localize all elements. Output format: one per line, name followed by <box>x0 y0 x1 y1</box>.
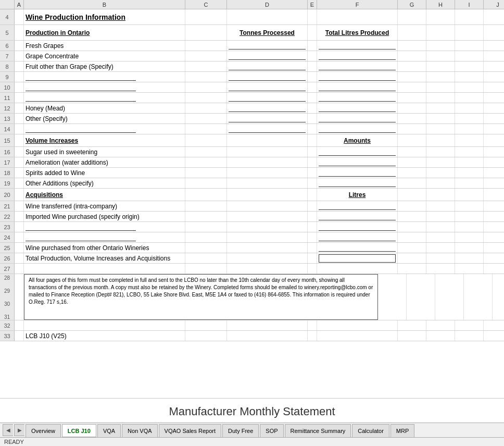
col-G: G <box>398 0 426 9</box>
row-4: 4 Wine Production Information <box>0 9 504 25</box>
row-12: 12 Honey (Mead) <box>0 103 504 114</box>
amelioration-label: Amelioration (water additions) <box>24 157 185 167</box>
tab-vqao-sales-report[interactable]: VQAO Sales Report <box>159 424 221 437</box>
fruit-other-label: Fruit other than Grape (Specify) <box>24 61 185 71</box>
col-A: A <box>15 0 24 9</box>
imported-wine-label: Imported Wine purchased (specify origin) <box>24 212 185 221</box>
col-C: C <box>185 0 227 9</box>
tab-calculator[interactable]: Calculator <box>352 424 389 437</box>
row-26: 26 Total Production, Volume Increases an… <box>0 253 504 264</box>
other-specify-label: Other (Specify) <box>24 114 185 123</box>
col-F: F <box>317 0 398 9</box>
manufacturer-monthly-statement: Manufacturer Monthly Statement <box>0 399 504 423</box>
row-7: 7 Grape Concentrate <box>0 51 504 61</box>
status-bar: READY <box>0 437 504 446</box>
tab-lcb-j10[interactable]: LCB J10 <box>62 424 96 438</box>
notice-rows: 28293031 All four pages of this form mus… <box>0 274 504 320</box>
total-litres-label: Total Litres Produced <box>317 25 398 40</box>
grape-concentrate-label: Grape Concentrate <box>24 51 185 61</box>
row-21: 21 Wine transferred (intra-company) <box>0 201 504 212</box>
litres-label: Litres <box>317 189 398 201</box>
row-27: 27 <box>0 264 504 274</box>
tonnes-processed-label: Tonnes Processed <box>227 25 308 40</box>
col-J: J <box>484 0 504 9</box>
tab-nav-right[interactable]: ▶ <box>14 424 24 436</box>
row-20: 20 Acquisitions Litres <box>0 189 504 201</box>
row-13: 13 Other (Specify) <box>0 114 504 124</box>
tab-bar: ◀ ▶ Overview LCB J10 VQA Non VQA VQAO Sa… <box>0 423 504 437</box>
row-11: 11 <box>0 93 504 103</box>
col-I: I <box>455 0 484 9</box>
tab-vqa[interactable]: VQA <box>97 424 121 437</box>
tab-remittance-summary[interactable]: Remittance Summary <box>285 424 351 437</box>
row-5: 5 Production in Ontario Tonnes Processed… <box>0 25 504 41</box>
notice-text: All four pages of this form must be comp… <box>27 276 375 307</box>
row-24: 24 <box>0 232 504 243</box>
row-8: 8 Fruit other than Grape (Specify) <box>0 61 504 72</box>
status-text: READY <box>4 439 24 445</box>
col-D: D <box>227 0 308 9</box>
col-H: H <box>426 0 455 9</box>
production-in-ontario-label: Production in Ontario <box>24 25 185 40</box>
total-production-label: Total Production, Volume Increases and A… <box>24 253 185 263</box>
row-25: 25 Wine purchased from other Ontario Win… <box>0 243 504 253</box>
spirits-added-label: Spirits added to Wine <box>24 168 185 178</box>
row-9: 9 <box>0 72 504 82</box>
honey-mead-label: Honey (Mead) <box>24 103 185 113</box>
row-18: 18 Spirits added to Wine <box>0 168 504 178</box>
row-19: 19 Other Additions (specify) <box>0 178 504 189</box>
wine-transferred-label: Wine transferred (intra-company) <box>24 201 185 211</box>
tab-non-vqa[interactable]: Non VQA <box>122 424 157 437</box>
row-16: 16 Sugar used in sweetening <box>0 147 504 157</box>
row-22: 22 Imported Wine purchased (specify orig… <box>0 212 504 222</box>
tab-sop[interactable]: SOP <box>260 424 283 437</box>
amounts-label: Amounts <box>317 134 398 146</box>
row-6: 6 Fresh Grapes <box>0 41 504 51</box>
col-B: B <box>24 0 185 9</box>
sugar-sweetening-label: Sugar used in sweetening <box>24 147 185 157</box>
tab-overview[interactable]: Overview <box>26 424 61 437</box>
row-17: 17 Amelioration (water additions) <box>0 157 504 168</box>
wine-purchased-label: Wine purchased from other Ontario Wineri… <box>24 243 185 253</box>
acquisitions-label: Acquisitions <box>24 189 185 201</box>
row-14: 14 <box>0 124 504 134</box>
spreadsheet: A B C D E F G H I J K 4 Wine Production … <box>0 0 504 399</box>
row-32: 32 <box>0 320 504 331</box>
volume-increases-label: Volume Increases <box>24 134 185 146</box>
column-headers: A B C D E F G H I J K <box>0 0 504 9</box>
other-additions-label: Other Additions (specify) <box>24 178 185 188</box>
fresh-grapes-label: Fresh Grapes <box>24 41 185 51</box>
tab-duty-free[interactable]: Duty Free <box>222 424 259 437</box>
row-33: 33 LCB J10 (V25) <box>0 331 504 341</box>
row-10: 10 <box>0 82 504 93</box>
title: Wine Production Information <box>24 9 185 24</box>
tab-mrp[interactable]: MRP <box>390 424 414 437</box>
row-23: 23 <box>0 222 504 232</box>
row-15: 15 Volume Increases Amounts <box>0 134 504 147</box>
lcb-version-label: LCB J10 (V25) <box>24 331 185 341</box>
col-E: E <box>308 0 317 9</box>
tab-nav-left[interactable]: ◀ <box>3 424 13 436</box>
